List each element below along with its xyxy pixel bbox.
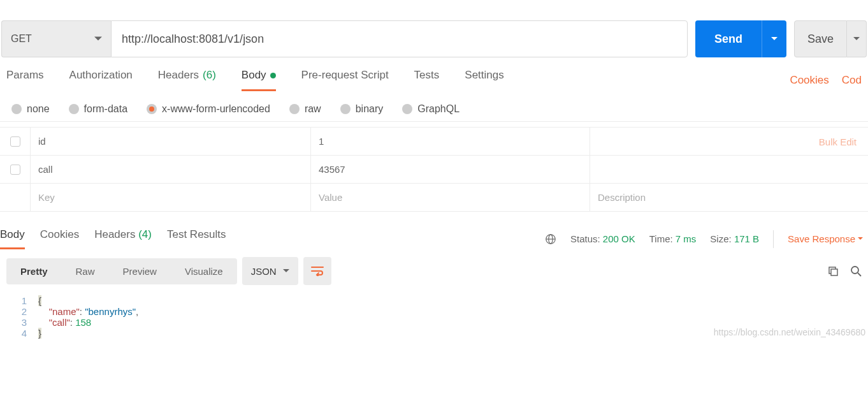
http-method-select[interactable]: GET <box>1 20 111 57</box>
value-cell[interactable]: 43567 <box>311 156 590 183</box>
key-cell[interactable]: call <box>31 156 311 183</box>
time-value: 7 ms <box>676 233 697 244</box>
table-row: call 43567 <box>0 156 868 184</box>
resp-tab-cookies[interactable]: Cookies <box>40 228 79 249</box>
svg-line-7 <box>858 273 861 276</box>
view-raw[interactable]: Raw <box>62 258 109 284</box>
response-body-viewer[interactable]: 1{ 2 "name": "bennyrhys", 3 "call": 158 … <box>0 290 868 339</box>
save-response-dropdown[interactable]: Save Response <box>788 233 863 244</box>
radio-graphql[interactable]: GraphQL <box>402 103 459 115</box>
value-cell[interactable]: 1 <box>311 128 590 155</box>
headers-count: (6) <box>203 69 216 82</box>
radio-x-www-form-urlencoded[interactable]: x-www-form-urlencoded <box>147 103 270 115</box>
resp-tab-headers[interactable]: Headers (4) <box>94 228 152 249</box>
time-group: Time: 7 ms <box>649 233 697 244</box>
table-row: id 1 <box>0 128 868 156</box>
size-value: 171 B <box>734 233 759 244</box>
divider <box>773 230 774 248</box>
radio-form-data[interactable]: form-data <box>69 103 127 115</box>
radio-raw[interactable]: raw <box>289 103 321 115</box>
cookies-link[interactable]: Cookies <box>790 74 828 87</box>
value-input[interactable]: Value <box>311 184 590 211</box>
view-pretty[interactable]: Pretty <box>6 258 62 284</box>
search-icon[interactable] <box>850 265 862 277</box>
view-mode-group: Pretty Raw Preview Visualize <box>6 258 237 284</box>
bulk-edit-link[interactable]: Bulk Edit <box>819 136 857 147</box>
size-group: Size: 171 B <box>710 233 759 244</box>
view-visualize[interactable]: Visualize <box>171 258 237 284</box>
radio-none[interactable]: none <box>11 103 50 115</box>
svg-rect-5 <box>831 269 837 275</box>
caret-down-icon <box>858 237 863 240</box>
tab-tests[interactable]: Tests <box>414 69 440 91</box>
status-value: 200 OK <box>603 233 635 244</box>
caret-down-icon <box>771 37 778 41</box>
desc-input[interactable]: Description <box>590 184 868 211</box>
tab-settings[interactable]: Settings <box>465 69 503 91</box>
tab-headers[interactable]: Headers (6) <box>158 69 216 91</box>
line-number: 2 <box>0 306 38 317</box>
copy-icon[interactable] <box>827 265 839 277</box>
key-cell[interactable]: id <box>31 128 311 155</box>
wrap-lines-button[interactable] <box>303 257 331 285</box>
globe-icon[interactable] <box>545 233 556 245</box>
chevron-down-icon <box>94 35 102 43</box>
line-number: 1 <box>0 295 38 306</box>
resp-tab-test-results[interactable]: Test Results <box>167 228 226 249</box>
resp-tab-body[interactable]: Body <box>0 228 25 249</box>
save-button[interactable]: Save <box>794 20 847 57</box>
radio-binary[interactable]: binary <box>340 103 384 115</box>
send-dropdown[interactable] <box>762 20 786 57</box>
desc-cell[interactable] <box>590 156 868 183</box>
line-number: 3 <box>0 317 38 328</box>
caret-down-icon <box>283 269 289 273</box>
resp-headers-count: (4) <box>138 228 152 240</box>
wrap-icon <box>311 266 324 276</box>
table-row-new: Key Value Description <box>0 184 868 212</box>
svg-point-6 <box>851 267 858 274</box>
tab-body[interactable]: Body <box>242 69 276 91</box>
format-select[interactable]: JSON <box>242 257 298 285</box>
status-group: Status: 200 OK <box>570 233 635 244</box>
watermark: https://blog.csdn.net/weixin_43469680 <box>714 327 865 337</box>
tab-pre-request[interactable]: Pre-request Script <box>301 69 389 91</box>
http-method-label: GET <box>11 33 32 45</box>
tab-authorization[interactable]: Authorization <box>69 69 133 91</box>
body-indicator-icon <box>270 73 276 78</box>
code-link[interactable]: Cod <box>842 74 862 87</box>
send-button[interactable]: Send <box>695 20 762 57</box>
kv-header <box>0 121 868 128</box>
caret-down-icon <box>853 37 860 41</box>
save-dropdown[interactable] <box>847 20 867 57</box>
key-input[interactable]: Key <box>31 184 311 211</box>
url-input[interactable] <box>111 20 688 57</box>
row-checkbox[interactable] <box>10 165 20 175</box>
line-number: 4 <box>0 328 38 339</box>
view-preview[interactable]: Preview <box>109 258 171 284</box>
tab-params[interactable]: Params <box>6 69 44 91</box>
row-checkbox[interactable] <box>10 136 20 147</box>
